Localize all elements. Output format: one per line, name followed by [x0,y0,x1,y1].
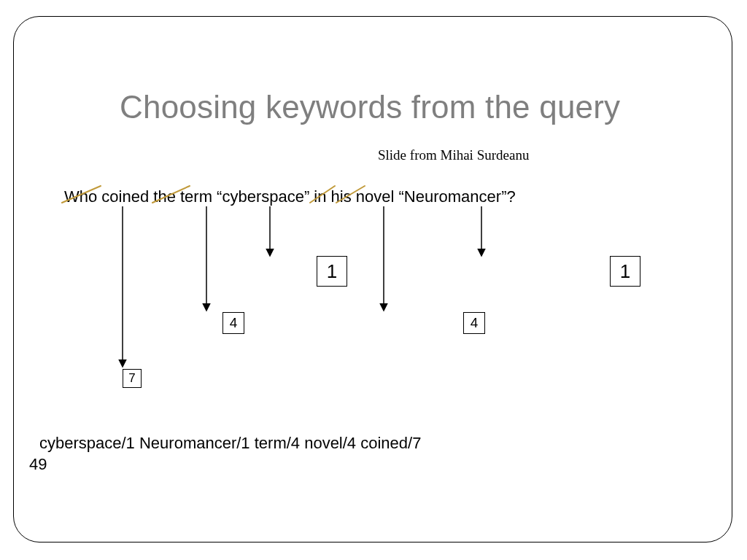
slide-title: Choosing keywords from the query [120,89,620,125]
rank-box-neuromancer: 1 [610,256,640,287]
query-sentence: Who coined the term “cyberspace” in his … [64,187,516,206]
slide-attribution: Slide from Mihai Surdeanu [378,147,529,163]
keyword-result: cyberspace/1 Neuromancer/1 term/4 novel/… [39,434,421,453]
rank-box-novel: 4 [463,312,485,334]
rank-box-coined: 7 [123,369,142,388]
rank-box-term: 4 [222,312,244,334]
rank-box-cyberspace: 1 [317,256,347,287]
page-number: 49 [29,455,47,474]
